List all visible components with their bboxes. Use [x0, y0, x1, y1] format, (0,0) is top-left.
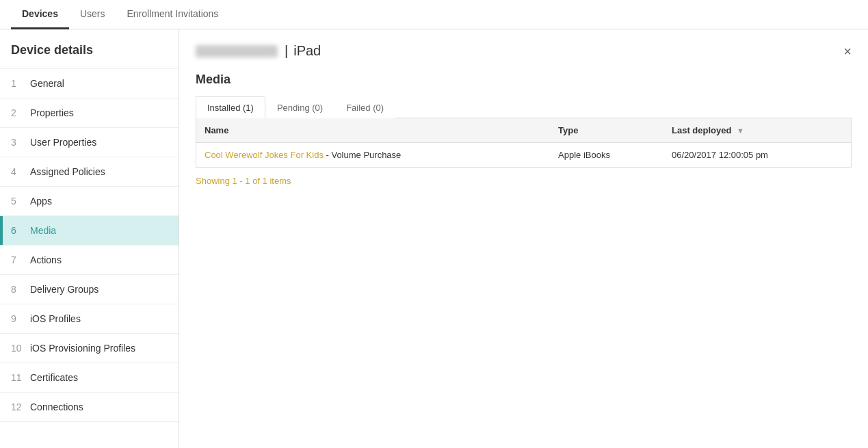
device-model: iPad — [293, 43, 321, 59]
sort-icon: ▼ — [737, 127, 744, 135]
device-name-blurred — [196, 45, 278, 57]
sidebar-item-user-properties[interactable]: 3 User Properties — [0, 128, 179, 157]
media-name-link[interactable]: Cool Werewolf Jokes For Kids — [205, 150, 324, 160]
top-navigation: Devices Users Enrollment Invitations — [0, 0, 868, 29]
cell-last-deployed: 06/20/2017 12:00:05 pm — [663, 143, 851, 168]
column-name: Name — [196, 118, 550, 143]
device-header: | iPad × — [196, 43, 852, 59]
pagination-start: 1 — [232, 176, 237, 186]
media-tabs: Installed (1) Pending (0) Failed (0) — [196, 96, 852, 118]
tab-installed[interactable]: Installed (1) — [196, 96, 265, 118]
nav-devices[interactable]: Devices — [11, 0, 69, 29]
pagination-prefix: Showing — [196, 176, 232, 186]
column-last-deployed[interactable]: Last deployed ▼ — [663, 118, 851, 143]
sidebar-item-actions[interactable]: 7 Actions — [0, 246, 179, 275]
sidebar-title: Device details — [0, 29, 179, 69]
nav-users[interactable]: Users — [69, 0, 116, 29]
sidebar-item-delivery-groups[interactable]: 8 Delivery Groups — [0, 275, 179, 304]
column-type: Type — [550, 118, 663, 143]
sidebar: Device details 1 General 2 Properties 3 … — [0, 29, 179, 448]
pagination-info: Showing 1 - 1 of 1 items — [196, 168, 852, 194]
sidebar-item-properties[interactable]: 2 Properties — [0, 98, 179, 128]
pagination-items: items — [267, 176, 291, 186]
cell-type: Apple iBooks — [550, 143, 663, 168]
sidebar-item-assigned-policies[interactable]: 4 Assigned Policies — [0, 157, 179, 187]
pagination-end: 1 — [245, 176, 250, 186]
media-table: Name Type Last deployed ▼ Cool Werewolf … — [196, 118, 851, 167]
pagination-separator: - — [237, 176, 246, 186]
media-name-suffix: - Volume Purchase — [324, 150, 401, 160]
close-button[interactable]: × — [843, 44, 852, 58]
device-title: | iPad — [196, 43, 321, 59]
device-separator: | — [285, 43, 288, 59]
sidebar-item-apps[interactable]: 5 Apps — [0, 187, 179, 216]
table-header-row: Name Type Last deployed ▼ — [196, 118, 851, 143]
pagination-total: 1 — [263, 176, 267, 186]
tab-failed[interactable]: Failed (0) — [334, 96, 395, 118]
table-row: Cool Werewolf Jokes For Kids - Volume Pu… — [196, 143, 851, 168]
cell-name: Cool Werewolf Jokes For Kids - Volume Pu… — [196, 143, 550, 168]
pagination-of: of — [250, 176, 263, 186]
sidebar-item-ios-profiles[interactable]: 9 iOS Profiles — [0, 304, 179, 334]
sidebar-item-connections[interactable]: 12 Connections — [0, 393, 179, 422]
content-area: | iPad × Media Installed (1) Pending (0)… — [179, 29, 868, 448]
sidebar-item-general[interactable]: 1 General — [0, 69, 179, 98]
tab-pending[interactable]: Pending (0) — [265, 96, 334, 118]
sidebar-item-certificates[interactable]: 11 Certificates — [0, 363, 179, 393]
media-table-container: Name Type Last deployed ▼ Cool Werewolf … — [196, 118, 852, 168]
sidebar-item-media[interactable]: 6 Media — [0, 216, 179, 246]
main-layout: Device details 1 General 2 Properties 3 … — [0, 29, 868, 448]
section-title: Media — [196, 73, 852, 87]
nav-enrollment[interactable]: Enrollment Invitations — [116, 0, 230, 29]
sidebar-item-ios-provisioning[interactable]: 10 iOS Provisioning Profiles — [0, 334, 179, 363]
